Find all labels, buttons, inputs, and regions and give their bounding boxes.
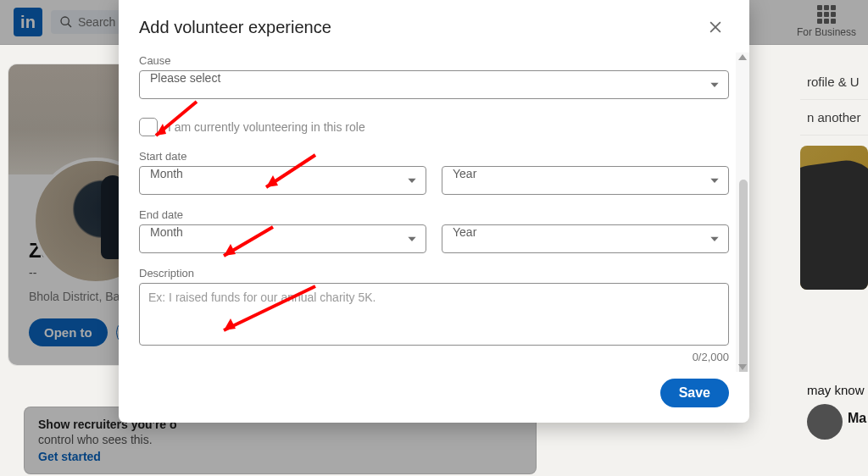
- end-year-value: Year: [442, 224, 729, 253]
- currently-volunteering-label: I am currently volunteering in this role: [168, 120, 365, 134]
- start-year-select[interactable]: Year: [442, 166, 729, 195]
- end-month-select[interactable]: Month: [139, 224, 426, 253]
- end-year-select[interactable]: Year: [442, 224, 729, 253]
- modal-footer: Save: [119, 372, 749, 423]
- start-month-select[interactable]: Month: [139, 166, 426, 195]
- description-textarea[interactable]: [139, 283, 729, 346]
- add-volunteer-modal: Add volunteer experience Cause Please se…: [119, 0, 749, 423]
- modal-title: Add volunteer experience: [139, 18, 331, 37]
- end-date-label: End date: [139, 208, 729, 221]
- start-year-value: Year: [442, 166, 729, 195]
- description-label: Description: [139, 267, 729, 280]
- start-month-value: Month: [139, 166, 426, 195]
- save-button[interactable]: Save: [660, 379, 729, 407]
- description-counter: 0/2,000: [139, 351, 729, 363]
- start-date-label: Start date: [139, 150, 729, 163]
- close-button[interactable]: [702, 14, 729, 41]
- modal-scrollbar[interactable]: [736, 53, 749, 372]
- modal-header: Add volunteer experience: [119, 0, 749, 53]
- scroll-up-icon: [738, 54, 747, 60]
- scroll-down-icon: [738, 364, 747, 370]
- scroll-thumb[interactable]: [739, 180, 748, 372]
- end-month-value: Month: [139, 224, 426, 253]
- cause-label: Cause: [139, 54, 729, 67]
- modal-overlay: Add volunteer experience Cause Please se…: [0, 0, 868, 476]
- currently-volunteering-checkbox[interactable]: [139, 118, 158, 136]
- modal-body: Cause Please select I am currently volun…: [119, 53, 749, 372]
- currently-volunteering-row: I am currently volunteering in this role: [139, 118, 729, 136]
- cause-select-value: Please select: [139, 70, 729, 99]
- cause-select[interactable]: Please select: [139, 70, 729, 99]
- close-icon: [707, 19, 724, 36]
